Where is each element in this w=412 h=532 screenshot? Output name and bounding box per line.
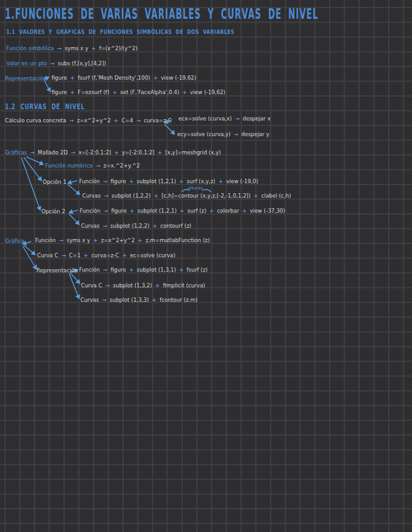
code-colorbar: colorbar bbox=[217, 208, 239, 215]
label-curva-c: Curva C bbox=[37, 252, 58, 259]
arrow-right-icon: → bbox=[69, 117, 73, 124]
arrow-right-icon: → bbox=[50, 60, 55, 67]
code-z-def: z=x^2+y^2 bbox=[101, 237, 135, 244]
code-view: view (-37,30) bbox=[250, 208, 285, 215]
line-representacion-fsurf: figure + fsurf (f,'Mesh Density',100) + … bbox=[52, 75, 197, 82]
plus-icon: + bbox=[182, 89, 187, 96]
plus-icon: + bbox=[153, 75, 158, 82]
section-1-2-heading: 1.2 CURVAS DE NIVEL bbox=[5, 102, 85, 111]
code-c-value: C=4 bbox=[121, 117, 133, 124]
line-graficas-mallado: Gráficas → Mallado 2D → x=[-2:0.1:2] + y… bbox=[5, 149, 221, 156]
arrow-right-icon: → bbox=[57, 45, 62, 52]
label-grafica-text: Gráfica bbox=[5, 238, 24, 245]
code-subplot-122: subplot (1,2,2) bbox=[111, 223, 149, 230]
line-opcion2-funcion: Función → figure + subplot (1,2,1) + sur… bbox=[80, 208, 285, 215]
code-ecy-solve: ecy=solve (curva,y) bbox=[177, 131, 230, 138]
arrow-right-icon: → bbox=[102, 297, 106, 304]
label-opcion-2: Opción 2 bbox=[41, 208, 65, 215]
code-y-range: y=[-2:0.1:2] bbox=[122, 149, 154, 156]
code-clabel: clabel (c,h) bbox=[261, 193, 291, 200]
code-figure: figure bbox=[111, 178, 126, 185]
code-curva-def: curva=z-C bbox=[91, 252, 119, 259]
code-fimplicit: fimplicit (curva) bbox=[163, 282, 205, 289]
code-subs: subs (f,[x,y],[4,2]) bbox=[58, 60, 106, 67]
plus-icon: + bbox=[122, 252, 127, 259]
annotation-alturas: alturas bbox=[188, 186, 203, 191]
label-curvas: Curvas bbox=[82, 193, 100, 200]
text-despejar-y: despejar y bbox=[241, 131, 269, 138]
line-grafica-curva-c: Curva C → C=1 + curva=z-C + ec=solve (cu… bbox=[37, 252, 175, 259]
plus-icon: + bbox=[129, 267, 134, 274]
label-opcion-1-text: Opción 1 bbox=[43, 179, 67, 186]
label-funcion: Función bbox=[79, 178, 100, 185]
line-opcion2-curvas: Curvas → subplot (1,2,2) + contourf (z) bbox=[81, 223, 192, 230]
code-z-numeric: z=x.^2+y.^2 bbox=[104, 162, 140, 169]
plus-icon: + bbox=[84, 252, 88, 259]
plus-icon: + bbox=[180, 208, 184, 215]
line-despejar-x: ecx=solve (curva,x) → despejar x bbox=[178, 115, 271, 122]
code-meshgrid: [x,y]=meshgrid (x,y) bbox=[165, 149, 221, 156]
plus-icon: + bbox=[152, 297, 156, 304]
code-fcontour: fcontour (z.m) bbox=[160, 297, 197, 304]
label-funcion: Función bbox=[35, 237, 56, 244]
code-set-facealpha: set (F,'FaceAlpha',0.4) bbox=[120, 89, 179, 96]
code-figure: figure bbox=[111, 267, 126, 274]
arrow-right-icon: → bbox=[30, 149, 35, 156]
page-title: 1.FUNCIONES DE VARIAS VARIABLES Y CURVAS… bbox=[5, 6, 318, 22]
label-grafica: Gráfica bbox=[5, 238, 24, 245]
plus-icon: + bbox=[179, 178, 183, 185]
plus-icon: + bbox=[219, 178, 223, 185]
arrow-right-icon: → bbox=[103, 178, 107, 185]
code-subplot-132: subplot (1,3,2) bbox=[113, 282, 152, 289]
code-ecx-solve: ecx=solve (curva,x) bbox=[178, 115, 232, 122]
line-funcion-numerica: Función numérica → z=x.^2+y.^2 bbox=[45, 162, 140, 169]
label-funcion-numerica: Función numérica bbox=[45, 162, 93, 169]
plus-icon: + bbox=[153, 223, 157, 230]
label-curvas: Curvas bbox=[81, 223, 99, 230]
code-ec-solve: ec=solve (curva) bbox=[130, 252, 175, 259]
label-graficas: Gráficas bbox=[5, 149, 27, 156]
arrow-right-icon: → bbox=[104, 193, 108, 200]
code-ezsurf: F=ezsurf (f) bbox=[78, 89, 109, 96]
plus-icon: + bbox=[112, 89, 117, 96]
plus-icon: + bbox=[92, 45, 96, 52]
arrow-right-icon: → bbox=[102, 223, 107, 230]
code-contour: [c,h]=contour (x,y,z,[-2,-1,0,1,2]) bbox=[161, 193, 251, 200]
label-representacion-2-text: Representación bbox=[36, 267, 78, 274]
line-representacion2-funcion: Función → figure + subplot (1,3,1) + fsu… bbox=[79, 267, 207, 274]
arrow-right-icon: → bbox=[234, 131, 238, 138]
plus-icon: + bbox=[254, 193, 258, 200]
code-view: view (-19,0) bbox=[226, 178, 258, 185]
line-calculo-curva-concreta: Cálculo curva concreta → z=x^2+y^2 + C=4… bbox=[5, 117, 171, 124]
code-view: view (-19,62) bbox=[190, 89, 225, 96]
label-mallado-2d: Mallado 2D bbox=[38, 149, 68, 156]
label-funcion-simbolica: Función simbólica bbox=[6, 45, 54, 52]
code-fsurf-z: fsurf (z) bbox=[187, 267, 207, 274]
arrow-right-icon: → bbox=[59, 237, 63, 244]
code-subplot-133: subplot (1,3,3) bbox=[110, 297, 149, 304]
plus-icon: + bbox=[130, 208, 134, 215]
code-surf-xyz: surf (x,y,z) bbox=[187, 178, 215, 185]
code-curva-def: curva=z-C bbox=[144, 117, 171, 124]
plus-icon: + bbox=[70, 75, 75, 82]
label-curvas: Curvas bbox=[80, 297, 99, 304]
plus-icon: + bbox=[114, 117, 118, 124]
plus-icon: + bbox=[138, 237, 143, 244]
plus-icon: + bbox=[114, 149, 119, 156]
plus-icon: + bbox=[242, 208, 247, 215]
code-c1: C=1 bbox=[69, 252, 80, 259]
plus-icon: + bbox=[155, 282, 160, 289]
line-representacion2-curvas: Curvas → subplot (1,3,3) + fcontour (z.m… bbox=[80, 297, 198, 304]
code-subplot-121: subplot (1,2,1) bbox=[137, 178, 176, 185]
line-funcion-simbolica: Función simbólica → syms x y + f=(x^2)/(… bbox=[6, 45, 138, 52]
plus-icon: + bbox=[179, 267, 183, 274]
notebook-page[interactable]: 1.FUNCIONES DE VARIAS VARIABLES Y CURVAS… bbox=[0, 0, 412, 532]
line-valor-en-un-pto: Valor en un pto → subs (f,[x,y],[4,2]) bbox=[6, 60, 106, 67]
code-figure: figure bbox=[52, 75, 67, 82]
code-z-def: z=x^2+y^2 bbox=[77, 117, 111, 124]
plus-icon: + bbox=[70, 89, 75, 96]
line-opcion1-curvas: Curvas → subplot (1,2,2) + [c,h]=contour… bbox=[82, 193, 291, 200]
label-calculo-curva-concreta: Cálculo curva concreta bbox=[5, 117, 66, 124]
label-opcion-2-text: Opción 2 bbox=[41, 208, 65, 215]
label-representacion-2: Representación bbox=[36, 267, 78, 274]
